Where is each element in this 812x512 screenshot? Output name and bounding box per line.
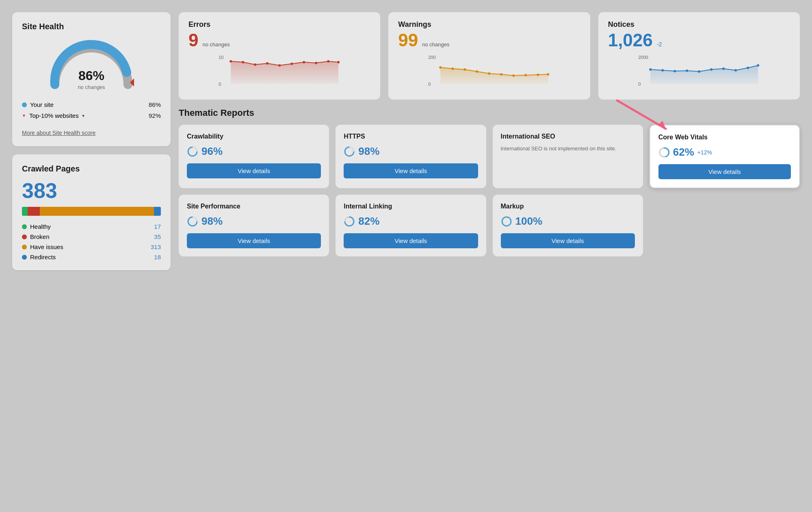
svg-point-26 bbox=[547, 73, 549, 76]
report-markup: Markup 100% View details bbox=[493, 195, 643, 256]
svg-point-17 bbox=[439, 66, 442, 69]
errors-value: 9 bbox=[188, 31, 198, 49]
label-redirects: Redirects bbox=[30, 254, 56, 260]
notices-change: -2 bbox=[657, 41, 662, 48]
warnings-value: 99 bbox=[398, 31, 418, 49]
errors-label: Errors bbox=[188, 20, 370, 29]
site-perf-score: 98% bbox=[201, 215, 223, 228]
https-view-btn[interactable]: View details bbox=[344, 163, 478, 178]
legend-redirects: Redirects 18 bbox=[22, 254, 161, 260]
cwv-name: Core Web Vitals bbox=[658, 134, 791, 141]
svg-point-33 bbox=[686, 69, 688, 72]
svg-point-23 bbox=[512, 74, 515, 77]
svg-point-31 bbox=[661, 69, 664, 72]
https-icon bbox=[344, 146, 355, 157]
errors-change: no changes bbox=[202, 41, 230, 48]
svg-point-36 bbox=[722, 67, 725, 70]
svg-point-35 bbox=[710, 68, 712, 71]
left-column: Site Health 86% no changes bbox=[12, 12, 171, 500]
crawled-progress-bar bbox=[22, 207, 161, 216]
warnings-chart: 200 0 bbox=[398, 53, 580, 90]
svg-point-22 bbox=[500, 73, 502, 76]
https-name: HTTPS bbox=[344, 133, 478, 140]
dot-redirects bbox=[22, 255, 27, 260]
reports-row2-placeholder bbox=[650, 195, 800, 256]
svg-point-13 bbox=[337, 61, 340, 63]
svg-point-18 bbox=[451, 67, 454, 70]
crawled-legend: Healthy 17 Broken 35 Have issues 313 bbox=[22, 223, 161, 260]
cwv-score: 62% bbox=[673, 146, 694, 158]
thematic-reports-section: Thematic Reports Crawlability 96% View d… bbox=[179, 108, 800, 256]
cwv-icon bbox=[658, 147, 670, 158]
svg-point-7 bbox=[266, 62, 269, 65]
your-site-label: Your site bbox=[30, 101, 54, 108]
markup-name: Markup bbox=[501, 203, 635, 210]
pb-redirects bbox=[154, 207, 161, 216]
legend-broken: Broken 35 bbox=[22, 233, 161, 240]
internal-linking-score: 82% bbox=[358, 215, 379, 228]
dot-healthy bbox=[22, 224, 27, 229]
svg-point-39 bbox=[757, 64, 759, 67]
svg-point-9 bbox=[290, 63, 293, 65]
notices-card: Notices 1,026 -2 2000 0 bbox=[598, 12, 800, 100]
top10-arrow-icon: ▼ bbox=[22, 113, 26, 118]
internal-linking-view-btn[interactable]: View details bbox=[344, 233, 478, 248]
https-score: 98% bbox=[358, 145, 379, 158]
svg-point-24 bbox=[524, 74, 527, 76]
crawlability-view-btn[interactable]: View details bbox=[187, 163, 321, 178]
svg-point-21 bbox=[488, 72, 490, 75]
svg-text:0: 0 bbox=[219, 82, 221, 87]
metrics-row: Errors 9 no changes 10 0 bbox=[179, 12, 800, 100]
svg-point-8 bbox=[278, 64, 281, 67]
site-perf-icon bbox=[187, 216, 198, 227]
gauge-container: 86% no changes bbox=[22, 38, 161, 95]
intl-seo-name: International SEO bbox=[501, 133, 635, 140]
markup-icon bbox=[501, 216, 512, 227]
dot-issues bbox=[22, 245, 27, 249]
right-column: Errors 9 no changes 10 0 bbox=[179, 12, 800, 500]
top10-label: Top-10% websites bbox=[29, 112, 79, 119]
cwv-change: +12% bbox=[697, 149, 712, 156]
thematic-reports-title: Thematic Reports bbox=[179, 108, 800, 118]
svg-point-25 bbox=[537, 74, 539, 76]
intl-seo-desc: International SEO is not implemented on … bbox=[501, 145, 635, 152]
val-healthy: 17 bbox=[154, 223, 161, 230]
internal-linking-icon bbox=[344, 216, 355, 227]
pb-issues bbox=[40, 207, 154, 216]
pb-broken bbox=[28, 207, 40, 216]
gauge-subtitle: no changes bbox=[78, 84, 105, 90]
svg-point-38 bbox=[747, 67, 749, 69]
svg-point-20 bbox=[476, 70, 478, 73]
crawled-pages-title: Crawled Pages bbox=[22, 164, 161, 174]
svg-point-4 bbox=[230, 60, 232, 63]
val-issues: 313 bbox=[151, 243, 161, 250]
markup-view-btn[interactable]: View details bbox=[501, 233, 635, 248]
svg-point-5 bbox=[242, 61, 244, 63]
top10-value: 92% bbox=[149, 112, 161, 119]
dot-broken bbox=[22, 234, 27, 239]
warnings-card: Warnings 99 no changes 200 0 bbox=[388, 12, 590, 100]
crawlability-score: 96% bbox=[201, 145, 223, 158]
reports-row-1: Crawlability 96% View details HTTPS bbox=[179, 125, 800, 188]
svg-text:2000: 2000 bbox=[638, 55, 648, 60]
markup-score: 100% bbox=[515, 215, 543, 228]
label-broken: Broken bbox=[30, 233, 50, 240]
crawled-total: 383 bbox=[22, 180, 161, 201]
errors-card: Errors 9 no changes 10 0 bbox=[179, 12, 380, 100]
svg-point-19 bbox=[463, 68, 466, 71]
site-health-title: Site Health bbox=[22, 22, 161, 31]
legend-issues: Have issues 313 bbox=[22, 243, 161, 250]
warnings-label: Warnings bbox=[398, 20, 580, 29]
top10-chevron-icon[interactable]: ▾ bbox=[82, 113, 84, 119]
cwv-view-btn[interactable]: View details bbox=[658, 164, 791, 179]
svg-text:200: 200 bbox=[428, 55, 435, 60]
svg-point-47 bbox=[502, 217, 511, 226]
site-perf-name: Site Performance bbox=[187, 203, 321, 210]
site-health-card: Site Health 86% no changes bbox=[12, 12, 171, 146]
report-crawlability: Crawlability 96% View details bbox=[179, 125, 329, 188]
site-perf-view-btn[interactable]: View details bbox=[187, 233, 321, 248]
report-https: HTTPS 98% View details bbox=[336, 125, 486, 188]
site-health-more-link[interactable]: More about Site Health score bbox=[22, 130, 95, 136]
crawlability-name: Crawlability bbox=[187, 133, 321, 140]
svg-point-10 bbox=[303, 61, 305, 63]
